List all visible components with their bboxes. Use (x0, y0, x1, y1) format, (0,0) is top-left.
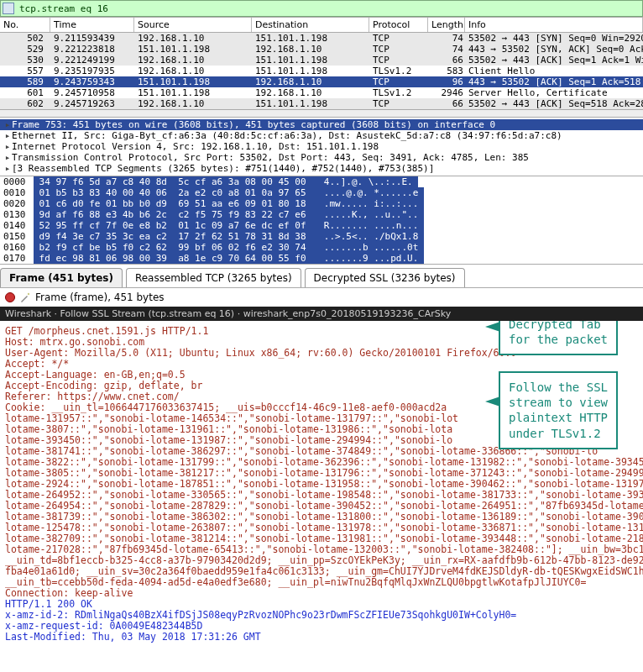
hex-line[interactable]: 0130 9d af f6 88 e3 4b b6 2c c2 f5 75 f9… (0, 209, 643, 220)
tree-frame[interactable]: ▸Frame 753: 451 bytes on wire (3608 bits… (0, 119, 643, 130)
packet-list-header: No. Time Source Destination Protocol Len… (0, 17, 643, 33)
expert-info-icon[interactable] (5, 292, 15, 302)
col-source[interactable]: Source (134, 18, 252, 32)
colorize-icon[interactable] (20, 292, 30, 302)
packet-row[interactable]: 5309.221249199192.168.1.10151.101.1.198T… (0, 55, 643, 66)
col-proto[interactable]: Protocol (369, 18, 428, 32)
packet-row[interactable]: 5029.211593439192.168.1.10151.101.1.198T… (0, 33, 643, 44)
hex-line[interactable]: 0000 34 97 f6 5d a7 c8 40 8d 5c cf a6 3a… (0, 176, 643, 187)
tab-decrypted-ssl[interactable]: Decrypted SSL (3236 bytes) (305, 268, 465, 287)
packet-bytes-hex[interactable]: 0000 34 97 f6 5d a7 c8 40 8d 5c cf a6 3a… (0, 176, 643, 264)
tab-reassembled-tcp[interactable]: Reassembled TCP (3265 bytes) (126, 268, 301, 287)
annotation-follow-stream: Follow the SSL stream to view plaintext … (499, 371, 618, 449)
hex-line[interactable]: 0020 01 c6 d0 fe 01 bb b0 d9 69 51 aa e6… (0, 198, 643, 209)
packet-row[interactable]: 5899.243759343151.101.1.198192.168.1.10T… (0, 76, 643, 87)
tree-reassembled[interactable]: ▸[3 Reassembled TCP Segments (3265 bytes… (0, 163, 643, 174)
annotation-decrypted-tab: Decrypted Tab for the packet (499, 321, 618, 355)
packet-row[interactable]: 5579.235197935192.168.1.10151.101.1.198T… (0, 66, 643, 76)
col-no[interactable]: No. (0, 18, 50, 32)
http-request-text: GET /morpheus.cnet.1591.js HTTP/1.1 Host… (5, 325, 643, 599)
col-time[interactable]: Time (50, 18, 134, 32)
packet-row[interactable]: 6029.245719263192.168.1.10151.101.1.198T… (0, 98, 643, 109)
packet-row[interactable]: 6019.245710958151.101.1.198192.168.1.10T… (0, 87, 643, 98)
status-bar: Frame (frame), 451 bytes (0, 287, 643, 307)
col-len[interactable]: Length (428, 18, 465, 32)
hex-line[interactable]: 0140 52 95 ff cf 7f 0e e8 b2 01 1c 09 a7… (0, 220, 643, 231)
tab-frame[interactable]: Frame (451 bytes) (0, 268, 123, 287)
hex-line[interactable]: 0150 d9 f4 3e c7 35 3c ea c2 17 2f 62 51… (0, 231, 643, 242)
tree-tcp[interactable]: ▸Transmission Control Protocol, Src Port… (0, 152, 643, 163)
hex-line[interactable]: 0160 b2 f9 cf be b5 f0 c2 62 99 bf 06 02… (0, 242, 643, 253)
col-info[interactable]: Info (465, 18, 643, 32)
packet-list-hscroll[interactable] (0, 109, 643, 118)
display-filter-bar[interactable] (0, 0, 643, 17)
hex-line[interactable]: 0170 fd ec 98 81 06 98 00 39 a8 1e c9 70… (0, 253, 643, 264)
status-text: Frame (frame), 451 bytes (35, 291, 165, 303)
col-dest[interactable]: Destination (252, 18, 369, 32)
hex-line[interactable]: 0010 01 b5 b3 83 40 00 40 06 2a e2 c0 a8… (0, 187, 643, 198)
svg-point-0 (28, 293, 29, 295)
byte-view-tabs: Frame (451 bytes) Reassembled TCP (3265 … (0, 264, 643, 287)
packet-list[interactable]: 5029.211593439192.168.1.10151.101.1.198T… (0, 33, 643, 109)
http-response-text: HTTP/1.1 200 OK x-amz-id-2: RDmliNgaQs40… (5, 598, 516, 643)
bookmark-filter-icon[interactable] (3, 3, 14, 14)
tree-ip[interactable]: ▸Internet Protocol Version 4, Src: 192.1… (0, 141, 643, 152)
packet-details-tree[interactable]: ▸Frame 753: 451 bytes on wire (3608 bits… (0, 118, 643, 176)
display-filter-input[interactable] (18, 3, 640, 15)
follow-stream-title: Wireshark · Follow SSL Stream (tcp.strea… (0, 307, 643, 321)
follow-ssl-stream-pane[interactable]: Decrypted Tab for the packet Follow the … (0, 321, 643, 653)
packet-row[interactable]: 5299.221223818151.101.1.198192.168.1.10T… (0, 44, 643, 55)
tree-eth[interactable]: ▸Ethernet II, Src: Giga-Byt_cf:a6:3a (40… (0, 130, 643, 141)
